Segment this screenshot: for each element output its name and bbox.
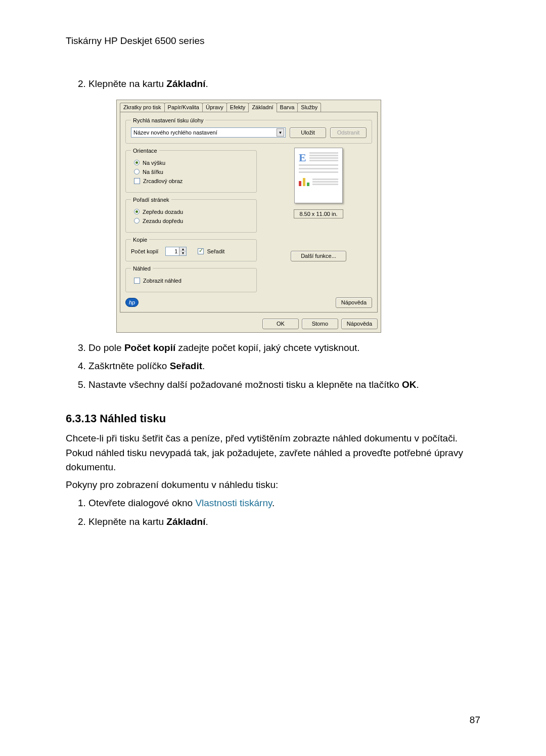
inner-help-button[interactable]: Nápověda bbox=[336, 297, 372, 308]
page-number: 87 bbox=[470, 715, 480, 726]
step-5: 5. Nastavte všechny další požadované mož… bbox=[78, 378, 480, 392]
page-order-front-label: Zepředu dozadu bbox=[143, 209, 183, 215]
printer-properties-dialog: Zkratky pro tisk Papír/Kvalita Úpravy Ef… bbox=[116, 100, 381, 333]
chevron-up-icon[interactable]: ▲ bbox=[179, 247, 186, 251]
quicksets-combo-text: Název nového rychlého nastavení bbox=[133, 129, 217, 136]
quicksets-legend: Rychlá nastavení tisku úlohy bbox=[131, 117, 205, 123]
paper-size-readout: 8.50 x 11.00 in. bbox=[294, 209, 343, 218]
orientation-group: Orientace Na výšku Na šířku bbox=[125, 148, 257, 193]
help-button[interactable]: Nápověda bbox=[341, 319, 378, 329]
page-order-group: Pořadí stránek Zepředu dozadu Zezadu dop… bbox=[125, 197, 257, 233]
tab-color[interactable]: Barva bbox=[277, 103, 298, 112]
step-text-post: . bbox=[272, 498, 275, 508]
save-button[interactable]: Uložit bbox=[290, 127, 326, 138]
radio-icon bbox=[134, 169, 140, 174]
checkbox-icon bbox=[134, 278, 140, 284]
preview-bar-icon bbox=[299, 177, 309, 186]
step-text-post: . bbox=[202, 361, 205, 371]
printer-properties-dialog-wrap: Zkratky pro tisk Papír/Kvalita Úpravy Ef… bbox=[116, 100, 381, 333]
preview-legend: Náhled bbox=[131, 265, 153, 272]
step-text-post: . bbox=[417, 379, 419, 390]
copies-count-label: Počet kopií bbox=[131, 248, 158, 254]
step-4: 4. Zaškrtněte políčko Seřadit. bbox=[78, 359, 480, 374]
page-order-legend: Pořadí stránek bbox=[131, 197, 171, 203]
quicksets-combo[interactable]: Název nového rychlého nastavení ▼ bbox=[131, 127, 286, 138]
delete-button: Odstranit bbox=[330, 127, 367, 138]
section-paragraph-2: Pokyny pro zobrazení dokumentu v náhledu… bbox=[66, 478, 480, 493]
show-preview-checkbox[interactable]: Zobrazit náhled bbox=[134, 278, 251, 284]
copies-count-input[interactable] bbox=[166, 247, 179, 255]
quicksets-group: Rychlá nastavení tisku úlohy Název novéh… bbox=[125, 117, 372, 144]
mirror-image-label: Zrcadlový obraz bbox=[143, 178, 183, 184]
step-bold: Seřadit bbox=[170, 361, 202, 371]
step-text-post: zadejte počet kopií, jaký chcete vytiskn… bbox=[175, 342, 359, 353]
step-text: 2. Klepněte na kartu bbox=[78, 78, 166, 89]
checkbox-icon bbox=[134, 178, 140, 184]
orientation-portrait-label: Na výšku bbox=[143, 160, 165, 166]
printer-properties-link[interactable]: Vlastnosti tiskárny bbox=[195, 498, 272, 508]
tab-paper-quality[interactable]: Papír/Kvalita bbox=[164, 103, 203, 112]
orientation-landscape-label: Na šířku bbox=[143, 169, 163, 175]
chevron-down-icon[interactable]: ▼ bbox=[179, 251, 186, 255]
step-text: 3. Do pole bbox=[78, 342, 124, 353]
show-preview-label: Zobrazit náhled bbox=[143, 278, 181, 284]
section-paragraph-1: Chcete-li při tisku šetřit čas a peníze,… bbox=[66, 431, 480, 475]
tab-shortcuts[interactable]: Zkratky pro tisk bbox=[120, 103, 165, 112]
step-text-post: . bbox=[205, 78, 208, 89]
preview-group: Náhled Zobrazit náhled bbox=[125, 265, 257, 292]
ok-button[interactable]: OK bbox=[262, 319, 299, 329]
right-column: E bbox=[265, 148, 372, 296]
copies-count-spinner[interactable]: ▲▼ bbox=[165, 247, 187, 256]
page-order-back-label: Zezadu dopředu bbox=[143, 218, 183, 224]
two-column-area: Orientace Na výšku Na šířku bbox=[125, 148, 372, 296]
radio-icon bbox=[134, 160, 140, 165]
step-bold: Počet kopií bbox=[124, 342, 175, 353]
copies-row: Počet kopií ▲▼ Seřadit bbox=[131, 247, 251, 256]
copies-legend: Kopie bbox=[131, 237, 149, 243]
step-text: 2. Klepněte na kartu bbox=[78, 516, 166, 527]
orientation-landscape-radio[interactable]: Na šířku bbox=[134, 169, 251, 175]
tab-body: Rychlá nastavení tisku úlohy Název novéh… bbox=[120, 112, 378, 313]
hp-logo-icon: hp bbox=[125, 298, 139, 307]
tab-basics[interactable]: Základní bbox=[248, 103, 277, 112]
quicksets-row: Název nového rychlého nastavení ▼ Uložit… bbox=[131, 127, 367, 138]
preview-letter-icon: E bbox=[299, 152, 306, 163]
more-features-button[interactable]: Další funkce... bbox=[291, 251, 346, 261]
page-order-back-radio[interactable]: Zezadu dopředu bbox=[134, 218, 251, 224]
collate-label: Seřadit bbox=[207, 248, 224, 254]
tab-efekty[interactable]: Efekty bbox=[226, 103, 249, 112]
step-3: 3. Do pole Počet kopií zadejte počet kop… bbox=[78, 341, 480, 355]
page-preview-thumbnail: E bbox=[294, 148, 343, 203]
mirror-image-checkbox[interactable]: Zrcadlový obraz bbox=[134, 178, 251, 184]
inner-footer-row: hp Nápověda bbox=[125, 296, 372, 308]
radio-icon bbox=[134, 218, 140, 224]
section-heading: 6.3.13 Náhled tisku bbox=[66, 412, 480, 425]
orientation-legend: Orientace bbox=[131, 148, 159, 154]
page-order-front-radio[interactable]: Zepředu dozadu bbox=[134, 209, 251, 215]
step-bold: Základní bbox=[166, 516, 205, 527]
collate-checkbox[interactable]: Seřadit bbox=[198, 248, 224, 254]
step-2a: 2. Klepněte na kartu Základní. bbox=[78, 77, 480, 92]
copies-group: Kopie Počet kopií ▲▼ Seřadit bbox=[125, 237, 257, 261]
checkbox-icon bbox=[198, 248, 204, 254]
dialog-button-row: OK Storno Nápověda bbox=[117, 316, 381, 332]
step-b2: 2. Klepněte na kartu Základní. bbox=[78, 515, 480, 529]
step-text-post: . bbox=[205, 516, 208, 527]
page: Tiskárny HP Deskjet 6500 series 2. Klepn… bbox=[0, 0, 546, 756]
spinner-buttons[interactable]: ▲▼ bbox=[179, 247, 186, 255]
step-bold: OK bbox=[402, 379, 417, 390]
step-b1: 1. Otevřete dialogové okno Vlastnosti ti… bbox=[78, 496, 480, 511]
step-text: 5. Nastavte všechny další požadované mož… bbox=[78, 379, 402, 390]
document-title: Tiskárny HP Deskjet 6500 series bbox=[66, 35, 480, 47]
chevron-down-icon[interactable]: ▼ bbox=[277, 128, 284, 137]
left-column: Orientace Na výšku Na šířku bbox=[125, 148, 257, 296]
step-text: 1. Otevřete dialogové okno bbox=[78, 498, 195, 508]
step-bold: Základní bbox=[166, 78, 205, 89]
tab-effects-upravy[interactable]: Úpravy bbox=[202, 103, 227, 112]
step-text: 4. Zaškrtněte políčko bbox=[78, 361, 170, 371]
radio-icon bbox=[134, 209, 140, 214]
tab-services[interactable]: Služby bbox=[297, 103, 321, 112]
tab-row: Zkratky pro tisk Papír/Kvalita Úpravy Ef… bbox=[117, 100, 381, 112]
orientation-portrait-radio[interactable]: Na výšku bbox=[134, 160, 251, 166]
cancel-button[interactable]: Storno bbox=[302, 319, 338, 329]
